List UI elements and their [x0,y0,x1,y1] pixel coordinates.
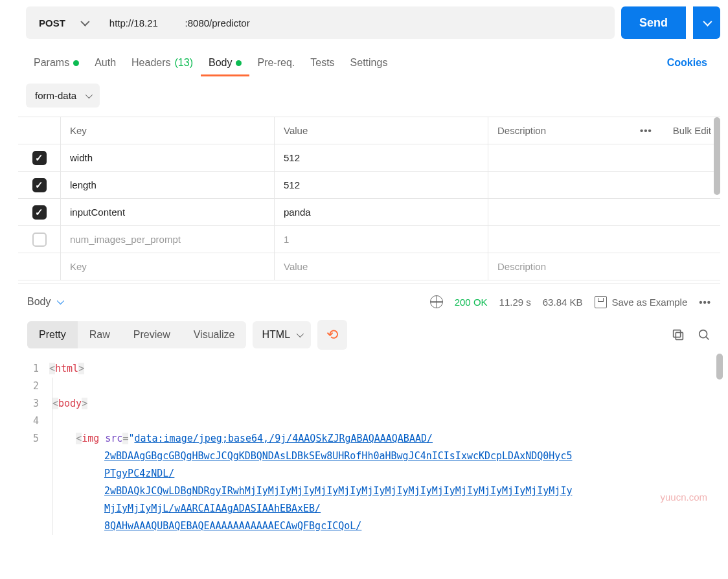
value-cell[interactable]: panda [275,199,488,225]
tab-auth[interactable]: Auth [87,51,124,75]
save-as-example-button[interactable]: Save as Example [595,296,688,308]
desc-cell[interactable] [488,199,720,225]
tab-tests[interactable]: Tests [302,51,342,75]
watermark: yuucn.com [660,488,707,506]
chevron-down-icon [85,91,93,98]
copy-icon[interactable] [671,328,685,342]
chevron-down-icon [57,297,64,304]
tab-body[interactable]: Body [201,51,249,75]
scrollbar[interactable] [714,117,720,195]
column-header-value: Value [275,117,488,144]
svg-rect-1 [674,330,681,337]
view-tab-pretty[interactable]: Pretty [27,321,78,348]
send-button[interactable]: Send [621,6,686,39]
response-body-select[interactable]: Body [27,296,62,308]
response-time: 11.29 s [499,297,531,308]
desc-cell[interactable] [488,172,720,198]
row-checkbox[interactable]: ✓ [32,151,47,165]
table-row-placeholder: Key Value Description [18,253,720,280]
chevron-down-icon [80,17,89,27]
table-row: ✓ inputContent panda [18,199,720,226]
table-row: ✓ length 512 [18,172,720,199]
svg-rect-0 [676,332,683,339]
table-row: ✓ width 512 [18,144,720,172]
key-cell[interactable]: length [61,172,275,198]
chevron-down-icon [297,330,304,337]
bulk-edit-link[interactable]: Bulk Edit [673,125,711,136]
view-tab-preview[interactable]: Preview [122,321,182,348]
response-code-view: 1<html> 2 3<body> 4 5 <img src="data:ima… [18,354,720,535]
key-cell[interactable]: inputContent [61,199,275,225]
method-select[interactable]: POST [26,6,98,39]
key-placeholder[interactable]: Key [61,253,275,280]
view-tab-visualize[interactable]: Visualize [182,321,247,348]
desc-placeholder[interactable]: Description [488,253,720,280]
word-wrap-icon: ⟲ [326,326,338,343]
column-header-description: Description [497,125,546,136]
save-icon [595,296,607,308]
value-placeholder[interactable]: Value [275,253,488,280]
status-dot-icon [73,60,79,66]
status-dot-icon [236,60,242,66]
chevron-down-icon [703,17,712,27]
method-label: POST [39,17,65,28]
desc-cell[interactable] [488,226,720,253]
desc-cell[interactable] [488,144,720,171]
svg-line-3 [706,337,709,340]
key-cell[interactable]: num_images_per_prompt [61,226,275,253]
value-cell[interactable]: 512 [275,144,488,171]
column-header-key: Key [61,117,275,144]
response-more-icon[interactable]: ••• [699,297,711,308]
body-type-select[interactable]: form-data [26,84,100,108]
view-tab-raw[interactable]: Raw [78,321,122,348]
value-cell[interactable]: 512 [275,172,488,198]
more-options-icon[interactable]: ••• [640,125,659,136]
search-icon[interactable] [697,328,711,342]
response-size: 63.84 KB [543,297,583,308]
send-dropdown-button[interactable] [693,6,720,39]
scrollbar[interactable] [716,354,723,380]
format-select[interactable]: HTML [253,321,311,348]
word-wrap-button[interactable]: ⟲ [317,320,347,350]
tab-headers[interactable]: Headers (13) [124,51,201,75]
key-cell[interactable]: width [61,144,275,171]
tab-prereq[interactable]: Pre-req. [249,51,302,75]
cookies-link[interactable]: Cookies [667,57,712,69]
globe-icon[interactable] [430,295,443,308]
url-input[interactable] [98,6,615,39]
tab-settings[interactable]: Settings [343,51,396,75]
value-cell[interactable]: 1 [275,226,488,253]
row-checkbox[interactable]: ✓ [32,205,47,220]
tab-params[interactable]: Params [26,51,87,75]
row-checkbox[interactable]: ✓ [32,178,47,192]
response-status: 200 OK [455,297,488,308]
table-row: num_images_per_prompt 1 [18,226,720,253]
row-checkbox[interactable] [32,233,47,247]
